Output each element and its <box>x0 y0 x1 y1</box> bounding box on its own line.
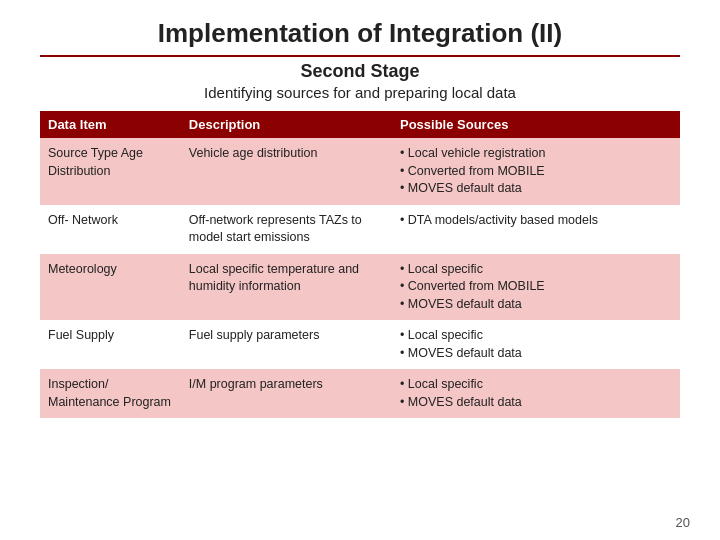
source-item: Local specific <box>400 261 672 279</box>
cell-data-item: Meteorology <box>40 254 181 321</box>
cell-sources: Local specificConverted from MOBILEMOVES… <box>392 254 680 321</box>
page-number: 20 <box>676 515 690 530</box>
source-item: Converted from MOBILE <box>400 163 672 181</box>
cell-data-item: Source Type Age Distribution <box>40 138 181 205</box>
source-item: Local specific <box>400 327 672 345</box>
cell-description: Off-network represents TAZs to model sta… <box>181 205 392 254</box>
cell-description: Vehicle age distribution <box>181 138 392 205</box>
cell-sources: Local specificMOVES default data <box>392 320 680 369</box>
cell-sources: Local vehicle registrationConverted from… <box>392 138 680 205</box>
table-row: MeteorologyLocal specific temperature an… <box>40 254 680 321</box>
cell-description: Local specific temperature and humidity … <box>181 254 392 321</box>
table-row: Off- NetworkOff-network represents TAZs … <box>40 205 680 254</box>
source-item: Local specific <box>400 376 672 394</box>
table-row: Source Type Age DistributionVehicle age … <box>40 138 680 205</box>
source-item: DTA models/activity based models <box>400 212 672 230</box>
source-item: Converted from MOBILE <box>400 278 672 296</box>
data-table: Data Item Description Possible Sources S… <box>40 111 680 418</box>
source-item: MOVES default data <box>400 345 672 363</box>
divider <box>40 55 680 57</box>
cell-data-item: Off- Network <box>40 205 181 254</box>
cell-data-item: Inspection/ Maintenance Program <box>40 369 181 418</box>
source-item: MOVES default data <box>400 296 672 314</box>
source-item: MOVES default data <box>400 180 672 198</box>
source-item: Local vehicle registration <box>400 145 672 163</box>
source-item: MOVES default data <box>400 394 672 412</box>
col-header-description: Description <box>181 111 392 138</box>
cell-sources: DTA models/activity based models <box>392 205 680 254</box>
cell-data-item: Fuel Supply <box>40 320 181 369</box>
cell-sources: Local specificMOVES default data <box>392 369 680 418</box>
subtitle: Identifying sources for and preparing lo… <box>204 84 516 101</box>
cell-description: Fuel supply parameters <box>181 320 392 369</box>
col-header-sources: Possible Sources <box>392 111 680 138</box>
cell-description: I/M program parameters <box>181 369 392 418</box>
col-header-data-item: Data Item <box>40 111 181 138</box>
main-title: Implementation of Integration (II) <box>158 18 562 49</box>
table-row: Inspection/ Maintenance ProgramI/M progr… <box>40 369 680 418</box>
second-stage-label: Second Stage <box>300 61 419 82</box>
table-row: Fuel SupplyFuel supply parametersLocal s… <box>40 320 680 369</box>
